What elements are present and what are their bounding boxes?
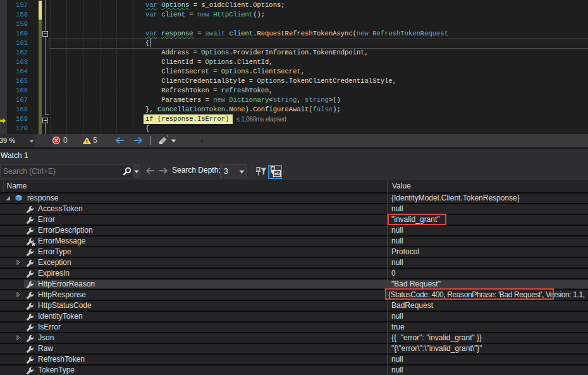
svg-text:ab: ab: [274, 171, 280, 176]
